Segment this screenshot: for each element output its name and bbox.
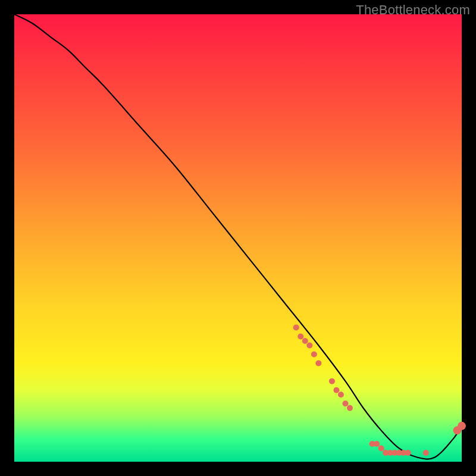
data-point [298,333,303,339]
plot-area [14,14,462,462]
data-point [405,450,411,456]
highlighted-points [293,324,466,456]
data-point [302,338,308,344]
chart-frame: TheBottleneck.com [0,0,476,476]
data-point [333,387,339,393]
data-point [347,405,353,411]
data-point [458,422,466,430]
data-point [374,441,380,447]
watermark-text: TheBottleneck.com [356,2,470,18]
data-point [293,324,299,330]
data-point [378,445,384,451]
bottleneck-curve [14,14,462,459]
data-point [311,352,317,358]
data-point [315,361,321,367]
data-point [306,342,312,348]
data-point [423,450,429,456]
chart-svg [14,14,462,462]
data-point [338,392,344,397]
data-point [329,378,335,384]
data-point [342,400,348,406]
